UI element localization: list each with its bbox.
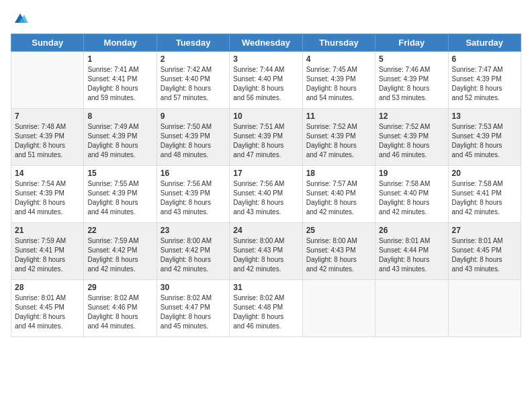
day-number: 5	[379, 54, 444, 64]
day-info: Sunrise: 7:54 AM Sunset: 4:39 PM Dayligh…	[15, 179, 80, 217]
day-info: Sunrise: 8:01 AM Sunset: 4:45 PM Dayligh…	[452, 236, 517, 274]
logo-icon	[11, 11, 30, 26]
weekday-header-monday: Monday	[84, 34, 157, 52]
calendar-day-cell: 13Sunrise: 7:53 AM Sunset: 4:39 PM Dayli…	[448, 109, 521, 166]
calendar-day-cell: 22Sunrise: 7:59 AM Sunset: 4:42 PM Dayli…	[84, 223, 157, 280]
day-info: Sunrise: 7:55 AM Sunset: 4:39 PM Dayligh…	[87, 179, 152, 217]
day-number: 22	[87, 226, 152, 235]
calendar-day-cell: 24Sunrise: 8:00 AM Sunset: 4:43 PM Dayli…	[230, 223, 302, 280]
day-number: 17	[233, 169, 298, 178]
day-number: 2	[161, 54, 226, 64]
calendar-day-cell: 12Sunrise: 7:52 AM Sunset: 4:39 PM Dayli…	[375, 109, 448, 166]
calendar-day-cell	[448, 280, 521, 337]
day-info: Sunrise: 7:48 AM Sunset: 4:39 PM Dayligh…	[15, 122, 80, 160]
calendar-day-cell: 5Sunrise: 7:46 AM Sunset: 4:39 PM Daylig…	[375, 52, 448, 109]
day-info: Sunrise: 8:02 AM Sunset: 4:46 PM Dayligh…	[87, 293, 152, 331]
calendar-day-cell: 16Sunrise: 7:56 AM Sunset: 4:39 PM Dayli…	[157, 166, 229, 223]
day-info: Sunrise: 8:01 AM Sunset: 4:44 PM Dayligh…	[379, 236, 444, 274]
day-number: 16	[161, 169, 226, 178]
day-number: 15	[87, 169, 152, 178]
calendar-week-row: 7Sunrise: 7:48 AM Sunset: 4:39 PM Daylig…	[11, 109, 521, 166]
calendar-day-cell: 14Sunrise: 7:54 AM Sunset: 4:39 PM Dayli…	[11, 166, 84, 223]
calendar-day-cell: 19Sunrise: 7:58 AM Sunset: 4:40 PM Dayli…	[375, 166, 448, 223]
day-info: Sunrise: 7:52 AM Sunset: 4:39 PM Dayligh…	[379, 122, 444, 160]
calendar-day-cell: 9Sunrise: 7:50 AM Sunset: 4:39 PM Daylig…	[157, 109, 229, 166]
day-number: 21	[15, 226, 80, 235]
calendar-day-cell: 17Sunrise: 7:56 AM Sunset: 4:40 PM Dayli…	[230, 166, 302, 223]
calendar-day-cell: 28Sunrise: 8:01 AM Sunset: 4:45 PM Dayli…	[11, 280, 84, 337]
day-number: 8	[87, 111, 152, 121]
day-number: 28	[15, 283, 80, 292]
calendar-day-cell: 11Sunrise: 7:52 AM Sunset: 4:39 PM Dayli…	[302, 109, 375, 166]
day-info: Sunrise: 7:47 AM Sunset: 4:39 PM Dayligh…	[452, 65, 517, 103]
weekday-header-friday: Friday	[375, 34, 448, 52]
day-number: 27	[452, 226, 517, 235]
day-info: Sunrise: 7:56 AM Sunset: 4:39 PM Dayligh…	[161, 179, 226, 217]
calendar-header-row: SundayMondayTuesdayWednesdayThursdayFrid…	[11, 34, 521, 52]
calendar-day-cell: 6Sunrise: 7:47 AM Sunset: 4:39 PM Daylig…	[448, 52, 521, 109]
day-info: Sunrise: 8:02 AM Sunset: 4:48 PM Dayligh…	[233, 293, 298, 331]
day-number: 30	[161, 283, 226, 292]
day-info: Sunrise: 7:42 AM Sunset: 4:40 PM Dayligh…	[161, 65, 226, 103]
calendar-week-row: 21Sunrise: 7:59 AM Sunset: 4:41 PM Dayli…	[11, 223, 521, 280]
calendar-day-cell: 20Sunrise: 7:58 AM Sunset: 4:41 PM Dayli…	[448, 166, 521, 223]
calendar-day-cell: 15Sunrise: 7:55 AM Sunset: 4:39 PM Dayli…	[84, 166, 157, 223]
day-number: 13	[452, 111, 517, 121]
day-info: Sunrise: 7:53 AM Sunset: 4:39 PM Dayligh…	[452, 122, 517, 160]
day-number: 23	[161, 226, 226, 235]
day-number: 14	[15, 169, 80, 178]
day-number: 20	[452, 169, 517, 178]
weekday-header-wednesday: Wednesday	[230, 34, 302, 52]
calendar-day-cell: 10Sunrise: 7:51 AM Sunset: 4:39 PM Dayli…	[230, 109, 302, 166]
day-info: Sunrise: 7:56 AM Sunset: 4:40 PM Dayligh…	[233, 179, 298, 217]
day-number: 12	[379, 111, 444, 121]
day-number: 3	[233, 54, 298, 64]
calendar-day-cell: 3Sunrise: 7:44 AM Sunset: 4:40 PM Daylig…	[230, 52, 302, 109]
calendar-day-cell: 23Sunrise: 8:00 AM Sunset: 4:42 PM Dayli…	[157, 223, 229, 280]
header	[11, 11, 521, 26]
day-info: Sunrise: 7:58 AM Sunset: 4:41 PM Dayligh…	[452, 179, 517, 217]
day-number: 25	[306, 226, 371, 235]
day-number: 29	[87, 283, 152, 292]
calendar-day-cell	[302, 280, 375, 337]
day-info: Sunrise: 8:00 AM Sunset: 4:42 PM Dayligh…	[161, 236, 226, 274]
day-info: Sunrise: 7:44 AM Sunset: 4:40 PM Dayligh…	[233, 65, 298, 103]
calendar-day-cell: 29Sunrise: 8:02 AM Sunset: 4:46 PM Dayli…	[84, 280, 157, 337]
day-info: Sunrise: 8:02 AM Sunset: 4:47 PM Dayligh…	[161, 293, 226, 331]
page-container: SundayMondayTuesdayWednesdayThursdayFrid…	[0, 0, 532, 342]
weekday-header-tuesday: Tuesday	[157, 34, 229, 52]
day-number: 1	[87, 54, 152, 64]
day-number: 6	[452, 54, 517, 64]
day-info: Sunrise: 7:58 AM Sunset: 4:40 PM Dayligh…	[379, 179, 444, 217]
logo	[11, 11, 30, 26]
calendar-day-cell: 8Sunrise: 7:49 AM Sunset: 4:39 PM Daylig…	[84, 109, 157, 166]
day-info: Sunrise: 7:57 AM Sunset: 4:40 PM Dayligh…	[306, 179, 371, 217]
day-info: Sunrise: 7:59 AM Sunset: 4:42 PM Dayligh…	[87, 236, 152, 274]
day-info: Sunrise: 7:46 AM Sunset: 4:39 PM Dayligh…	[379, 65, 444, 103]
day-number: 7	[15, 111, 80, 121]
day-number: 9	[161, 111, 226, 121]
calendar-day-cell: 25Sunrise: 8:00 AM Sunset: 4:43 PM Dayli…	[302, 223, 375, 280]
day-number: 18	[306, 169, 371, 178]
calendar-day-cell: 1Sunrise: 7:41 AM Sunset: 4:41 PM Daylig…	[84, 52, 157, 109]
day-number: 24	[233, 226, 298, 235]
calendar-day-cell: 2Sunrise: 7:42 AM Sunset: 4:40 PM Daylig…	[157, 52, 229, 109]
day-info: Sunrise: 8:01 AM Sunset: 4:45 PM Dayligh…	[15, 293, 80, 331]
day-info: Sunrise: 7:52 AM Sunset: 4:39 PM Dayligh…	[306, 122, 371, 160]
day-info: Sunrise: 7:59 AM Sunset: 4:41 PM Dayligh…	[15, 236, 80, 274]
day-number: 11	[306, 111, 371, 121]
day-number: 31	[233, 283, 298, 292]
day-info: Sunrise: 8:00 AM Sunset: 4:43 PM Dayligh…	[233, 236, 298, 274]
calendar-day-cell: 30Sunrise: 8:02 AM Sunset: 4:47 PM Dayli…	[157, 280, 229, 337]
day-number: 10	[233, 111, 298, 121]
day-info: Sunrise: 7:49 AM Sunset: 4:39 PM Dayligh…	[87, 122, 152, 160]
calendar-table: SundayMondayTuesdayWednesdayThursdayFrid…	[11, 34, 521, 337]
calendar-day-cell: 31Sunrise: 8:02 AM Sunset: 4:48 PM Dayli…	[230, 280, 302, 337]
calendar-day-cell: 4Sunrise: 7:45 AM Sunset: 4:39 PM Daylig…	[302, 52, 375, 109]
day-info: Sunrise: 8:00 AM Sunset: 4:43 PM Dayligh…	[306, 236, 371, 274]
weekday-header-sunday: Sunday	[11, 34, 84, 52]
day-info: Sunrise: 7:45 AM Sunset: 4:39 PM Dayligh…	[306, 65, 371, 103]
day-info: Sunrise: 7:51 AM Sunset: 4:39 PM Dayligh…	[233, 122, 298, 160]
calendar-day-cell: 7Sunrise: 7:48 AM Sunset: 4:39 PM Daylig…	[11, 109, 84, 166]
calendar-day-cell: 26Sunrise: 8:01 AM Sunset: 4:44 PM Dayli…	[375, 223, 448, 280]
